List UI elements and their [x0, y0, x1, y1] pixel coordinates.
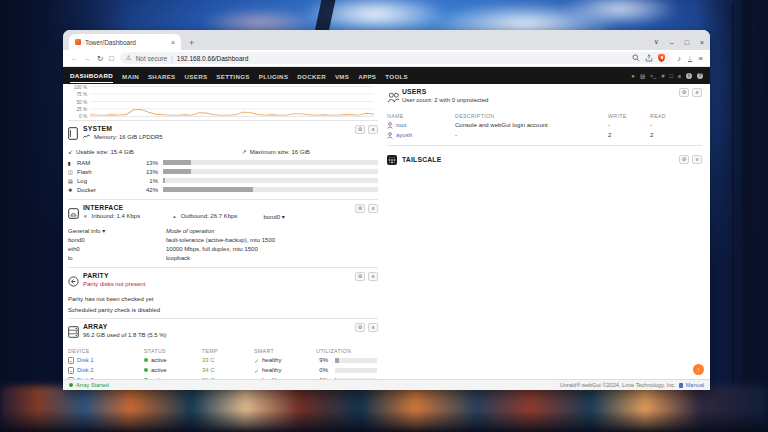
- minimize-button[interactable]: –: [670, 39, 674, 46]
- side-panel-icon[interactable]: □: [109, 54, 114, 63]
- keyboard-icon[interactable]: #: [661, 73, 664, 79]
- mode-header: Mode of operation: [166, 228, 214, 234]
- browser-window: Tower/Dashboard × + ∨ – □ × ← → ↻ □ ⚠ No…: [63, 30, 710, 390]
- collapse-icon[interactable]: ∧: [368, 204, 378, 213]
- flash-icon: ◫: [68, 169, 77, 175]
- new-tab-button[interactable]: +: [189, 38, 194, 50]
- back-button[interactable]: ←: [70, 54, 78, 63]
- tailscale-panel: TAILSCALE ⚙ ∨: [387, 146, 702, 174]
- display-icon[interactable]: □: [669, 73, 672, 79]
- tailscale-icon: [387, 150, 402, 169]
- share-icon[interactable]: [645, 54, 653, 62]
- url-text[interactable]: 192.168.0.66/Dashboard: [177, 55, 249, 62]
- user-icon: [387, 122, 393, 129]
- close-button[interactable]: ×: [700, 39, 704, 46]
- cpu-usage-chart: 100 % 75 % 50 % 25 % 0 %: [68, 84, 378, 120]
- user-link[interactable]: ayush: [396, 132, 412, 138]
- unraid-footer: Array Started Unraid® webGui ©2024, Lime…: [63, 379, 710, 390]
- forward-button[interactable]: →: [84, 54, 92, 63]
- nav-users[interactable]: USERS: [185, 69, 208, 83]
- cpu-chart-plot: [90, 86, 374, 117]
- gear-icon[interactable]: ⚙: [679, 88, 689, 97]
- general-info-select[interactable]: General info ▾: [68, 227, 166, 234]
- adblock-extension-icon[interactable]: [658, 54, 665, 62]
- memory-label: Memory: 16 GiB LPDDR5: [94, 134, 163, 140]
- nav-dashboard[interactable]: DASHBOARD: [70, 68, 113, 83]
- media-control-icon[interactable]: ♪: [677, 54, 681, 63]
- interface-icon: [68, 204, 83, 223]
- collapse-icon[interactable]: ∧: [368, 125, 378, 134]
- memory-row-log: ▤ Log 1%: [68, 176, 378, 185]
- info-icon[interactable]: i: [686, 73, 692, 79]
- tailscale-title: TAILSCALE: [402, 156, 679, 163]
- gear-icon[interactable]: ⚙: [355, 272, 365, 281]
- gear-icon[interactable]: ⚙: [679, 155, 689, 164]
- terminal-icon[interactable]: >_: [650, 73, 656, 79]
- user-icon: [387, 132, 393, 139]
- parity-icon: [68, 272, 83, 291]
- nav-settings[interactable]: SETTINGS: [216, 69, 249, 83]
- users-icon: [387, 88, 402, 107]
- user-link[interactable]: root: [396, 122, 406, 128]
- parity-title: PARITY: [83, 272, 355, 279]
- browser-tab[interactable]: Tower/Dashboard ×: [69, 34, 181, 50]
- reload-button[interactable]: ↻: [97, 54, 103, 63]
- gear-icon[interactable]: ⚙: [355, 125, 365, 134]
- maximize-button[interactable]: □: [685, 39, 689, 46]
- manual-book-icon: [679, 383, 683, 388]
- array-icon: [68, 323, 83, 342]
- dashboard-content: 100 % 75 % 50 % 25 % 0 %: [63, 84, 710, 379]
- tab-search-icon[interactable]: ∨: [654, 38, 659, 46]
- file-manager-icon[interactable]: ▤: [640, 73, 645, 79]
- download-icon[interactable]: ↓: [688, 54, 692, 62]
- table-row: ayush - 2 2: [387, 130, 702, 140]
- desktop: Tower/Dashboard × + ∨ – □ × ← → ↻ □ ⚠ No…: [0, 0, 768, 432]
- nav-apps[interactable]: APPS: [358, 69, 376, 83]
- gear-icon[interactable]: ⚙: [355, 323, 365, 332]
- interface-row: lo loopback: [68, 253, 378, 262]
- array-usage: 96.2 GB used of 1.8 TB (5.5 %): [83, 332, 167, 338]
- expand-icon[interactable]: ∨: [692, 155, 702, 164]
- nav-docker[interactable]: DOCKER: [297, 69, 326, 83]
- window-controls: ∨ – □ ×: [654, 38, 704, 50]
- nav-shares[interactable]: SHARES: [148, 69, 176, 83]
- interface-table: General info ▾ Mode of operation bond0 f…: [68, 226, 378, 262]
- port-select[interactable]: bond0 ▾: [263, 213, 284, 220]
- thumbs-up-icon: ✓: [254, 377, 259, 380]
- log-icon[interactable]: ≡: [678, 73, 681, 79]
- disk-icon: [68, 377, 74, 380]
- search-icon[interactable]: [632, 54, 640, 62]
- nav-main[interactable]: MAIN: [122, 69, 139, 83]
- parity-panel: PARITY Parity disks not present ⚙ ∧ Pari…: [68, 268, 378, 318]
- manual-link[interactable]: Manual: [686, 382, 704, 388]
- system-icon: [68, 125, 83, 144]
- arrow-icon: ↙: [68, 148, 73, 155]
- docker-icon: ❖: [68, 187, 77, 193]
- collapse-icon[interactable]: ∧: [368, 272, 378, 281]
- disk-link[interactable]: Disk 2: [77, 367, 94, 373]
- table-row: Disk 3 active 31 C ✓healthy 1%: [68, 375, 378, 379]
- docker-usage-bar: [163, 187, 378, 192]
- memory-graph-icon: [83, 134, 90, 139]
- disk-link[interactable]: Disk 1: [77, 357, 94, 363]
- users-title: USERS: [402, 88, 679, 95]
- parity-status: Parity disks not present: [83, 281, 145, 287]
- gear-icon[interactable]: ⚙: [355, 204, 365, 213]
- browser-menu-icon[interactable]: ≡: [699, 54, 703, 63]
- memory-row-docker: ❖ Docker 42%: [68, 185, 378, 194]
- parity-line1: Parity has not been checked yet: [68, 296, 378, 302]
- disk-link[interactable]: Disk 3: [77, 377, 94, 379]
- collapse-icon[interactable]: ∧: [368, 323, 378, 332]
- utilization-bar: [335, 368, 377, 373]
- tab-close-icon[interactable]: ×: [171, 39, 175, 46]
- help-icon[interactable]: ?: [697, 73, 703, 79]
- nav-tools[interactable]: TOOLS: [385, 69, 408, 83]
- security-label[interactable]: Not secure: [136, 55, 167, 62]
- server-status-icon[interactable]: ●: [631, 73, 635, 79]
- scroll-to-top-button[interactable]: ↑: [693, 364, 704, 375]
- nav-plugins[interactable]: PLUGINS: [259, 69, 289, 83]
- nav-vms[interactable]: VMS: [335, 69, 349, 83]
- address-bar[interactable]: ⚠ Not secure | 192.168.0.66/Dashboard: [120, 52, 672, 64]
- cpu-chart-y-axis: 100 % 75 % 50 % 25 % 0 %: [68, 86, 90, 117]
- collapse-icon[interactable]: ∧: [692, 88, 702, 97]
